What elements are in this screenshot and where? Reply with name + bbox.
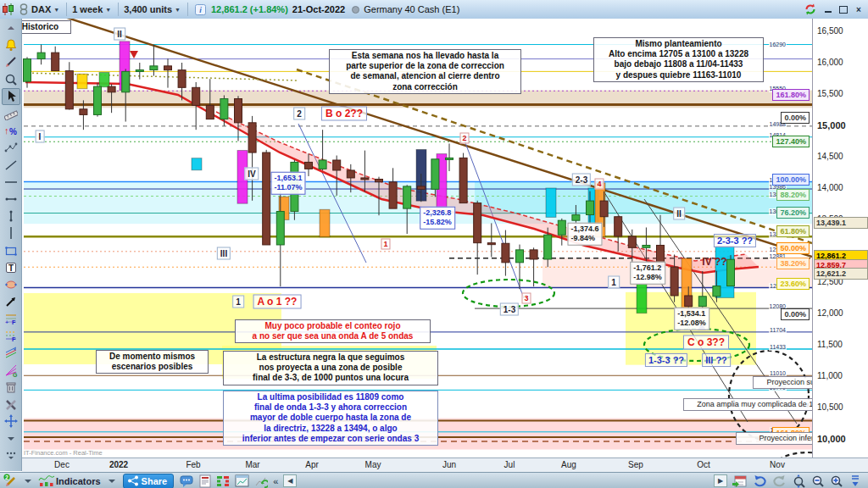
candle-body[interactable] — [263, 152, 270, 245]
candle-body[interactable] — [628, 236, 636, 247]
fan-tool-icon[interactable]: G — [2, 362, 20, 379]
dockdown-button[interactable] — [846, 474, 865, 488]
collapse-tool-icon[interactable] — [2, 19, 20, 36]
news-button[interactable] — [197, 474, 214, 488]
candle-body[interactable] — [206, 105, 214, 119]
zoom-tool-icon[interactable] — [2, 71, 20, 88]
caret-button[interactable] — [20, 474, 36, 488]
horizontal-line-tool-icon[interactable] — [2, 174, 20, 191]
wave-label[interactable]: III ?? — [702, 353, 731, 367]
wave-label[interactable]: 2-3 — [572, 174, 591, 186]
wave-label[interactable]: IV — [244, 168, 259, 180]
rectangle-tool-icon[interactable] — [2, 241, 20, 258]
segment-tool-icon[interactable] — [2, 191, 20, 208]
ruler-tool-icon[interactable] — [2, 105, 20, 122]
candle-body[interactable] — [558, 220, 565, 235]
candle-body[interactable] — [305, 162, 313, 169]
pencil-tool-icon[interactable] — [2, 53, 20, 70]
candle-body[interactable] — [417, 186, 425, 189]
measurement-label[interactable]: -1,761.2 -12.98% — [630, 262, 665, 285]
note-conteo-rojo[interactable]: Muy poco probable el conteo rojo a no se… — [235, 319, 431, 343]
candle-body[interactable] — [347, 170, 354, 178]
wave-label[interactable]: 4 — [594, 179, 604, 190]
note-proyeccion-inferior[interactable]: Proyeccion inferior 3-3 — [736, 432, 812, 445]
vertical-line-tool-icon[interactable] — [2, 225, 20, 241]
candle-body[interactable] — [319, 160, 326, 169]
wave-label[interactable]: 1 — [232, 296, 244, 308]
wave-label[interactable]: III — [217, 247, 231, 260]
wave-marker-box[interactable] — [546, 188, 556, 217]
wave-label[interactable]: II — [673, 208, 685, 220]
ma-line[interactable] — [25, 82, 759, 273]
candle-body[interactable] — [530, 250, 537, 259]
candle-body[interactable] — [178, 70, 186, 88]
chart-area[interactable]: IT-Finance.com - Real-Time 1629015550149… — [22, 19, 812, 458]
note-planteamiento[interactable]: Mismo planteamiento Alto encima 12705 a … — [593, 37, 764, 82]
scroll-left-button[interactable]: ◀ — [281, 474, 299, 488]
note-ultima[interactable]: La ultima posibilidad es 11809 como fina… — [223, 391, 438, 446]
wave-label[interactable]: 2 — [459, 133, 469, 144]
candlestick-style-icon[interactable] — [2, 3, 14, 16]
indicators-button[interactable]: Indicators — [36, 474, 104, 488]
more-tool-icon[interactable] — [2, 447, 20, 464]
percent-tool-icon[interactable]: ↑% — [2, 122, 20, 139]
candle-body[interactable] — [727, 259, 735, 286]
wave-marker-box[interactable] — [320, 209, 330, 236]
wave-label[interactable]: 3 — [521, 293, 531, 304]
zoomout-button[interactable] — [809, 474, 827, 488]
tools-tool-icon[interactable] — [2, 396, 20, 413]
historic-label[interactable]: o Historico — [22, 20, 71, 34]
trendline[interactable] — [24, 73, 298, 80]
price-axis[interactable]: 16,50016,00015,50015,00014,50014,00013,5… — [812, 19, 868, 458]
wave-label[interactable]: 2 — [293, 108, 305, 120]
refresh-sync-icon[interactable] — [804, 3, 817, 16]
candle-body[interactable] — [600, 201, 608, 217]
candle-body[interactable] — [52, 53, 59, 70]
candle-body[interactable] — [37, 53, 45, 58]
candle-body[interactable] — [459, 158, 467, 202]
candle-body[interactable] — [150, 66, 158, 70]
candle-body[interactable] — [670, 267, 678, 296]
candle-body[interactable] — [572, 215, 580, 221]
cursor-tool-icon[interactable] — [2, 88, 20, 105]
chevron-down-icon[interactable]: ▼ — [175, 7, 181, 13]
candle-body[interactable] — [713, 286, 721, 297]
candle-body[interactable] — [544, 235, 552, 259]
candle-body[interactable] — [24, 59, 31, 82]
close-button[interactable]: × — [853, 4, 865, 14]
candle-body[interactable] — [446, 158, 453, 159]
measurement-label[interactable]: -1,653.1 -11.07% — [270, 172, 305, 195]
measurement-label[interactable]: -1,374.6 -9.84% — [567, 223, 602, 246]
time-axis[interactable]: Dec2022FebMarAprMayJunJulAugSepOctNov — [22, 458, 868, 473]
wave-label[interactable]: 1-3 — [500, 303, 519, 316]
orderbook-button[interactable] — [214, 474, 232, 488]
note-proyeccion-superior[interactable]: Proyeccion superior 3-3 — [753, 376, 812, 389]
units-selector[interactable]: 3,400 units — [124, 4, 172, 14]
candle-body[interactable] — [333, 160, 341, 170]
ellipse-tool-icon[interactable] — [2, 276, 20, 293]
candle-body[interactable] — [516, 250, 524, 263]
candle-body[interactable] — [122, 71, 130, 92]
polyline-tool-icon[interactable] — [2, 139, 20, 156]
chevron-down-icon[interactable]: ▼ — [53, 7, 59, 13]
wave-label[interactable]: 2-3-3 ?? — [714, 234, 756, 247]
wave-marker-box[interactable] — [77, 74, 87, 88]
wave-label[interactable]: I — [36, 130, 45, 143]
arrow-tool-icon[interactable] — [2, 293, 20, 310]
candle-body[interactable] — [487, 243, 495, 245]
calendar-button[interactable] — [730, 474, 750, 488]
restore-button[interactable] — [837, 4, 849, 14]
candle-body[interactable] — [403, 186, 411, 208]
chevron-down-icon[interactable]: ▼ — [105, 7, 111, 13]
candle-body[interactable] — [587, 201, 594, 214]
wave-label[interactable]: A o 1 ?? — [253, 295, 302, 309]
candle-body[interactable] — [361, 178, 369, 180]
symbol-selector[interactable]: DAX — [31, 4, 51, 14]
note-zona-amplia[interactable]: Zona amplia muy complicada de 1000 punto… — [683, 398, 812, 411]
text-tool-icon[interactable]: T — [2, 259, 20, 276]
candle-body[interactable] — [164, 66, 172, 70]
share-button[interactable]: Share — [123, 474, 175, 488]
wave-label[interactable]: IV ?? — [702, 256, 726, 268]
zoomdrag-button[interactable] — [789, 474, 809, 488]
scroll-right-button[interactable]: ▶ — [711, 474, 730, 488]
